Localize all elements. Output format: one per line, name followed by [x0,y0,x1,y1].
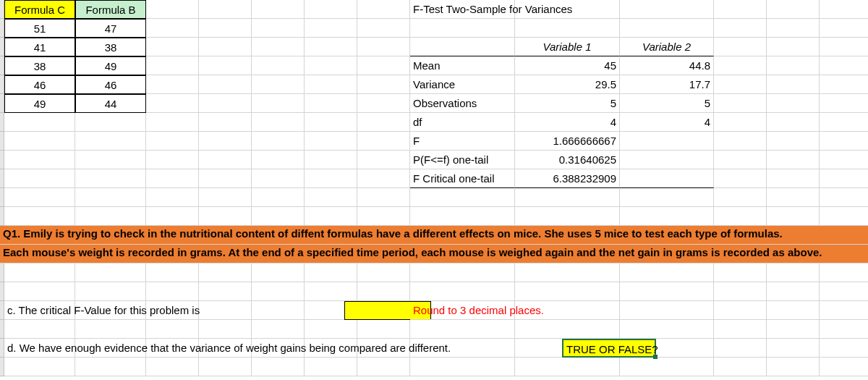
cell[interactable] [146,19,199,38]
cell[interactable] [767,358,820,376]
cell[interactable] [767,320,820,339]
cell[interactable] [146,56,199,75]
cell[interactable] [4,263,75,282]
cell[interactable] [515,263,620,282]
cell[interactable] [820,151,868,169]
cell[interactable] [305,263,357,282]
cell[interactable] [620,207,714,226]
cell[interactable] [767,56,820,75]
cell[interactable] [714,339,767,358]
cell[interactable] [199,75,252,94]
cell[interactable] [75,151,146,169]
cell[interactable] [714,38,767,56]
cell[interactable] [767,301,820,320]
cell[interactable] [410,282,515,301]
cell[interactable] [714,207,767,226]
cell[interactable] [820,0,868,19]
cell[interactable] [820,188,868,207]
cell[interactable] [357,132,410,151]
cell[interactable] [4,169,75,188]
cell[interactable] [620,188,714,207]
cell[interactable] [4,320,75,339]
cell[interactable] [410,263,515,282]
cell[interactable] [146,188,199,207]
cell[interactable] [714,0,767,19]
cell[interactable] [820,113,868,132]
cell[interactable] [767,188,820,207]
cell[interactable] [767,339,820,358]
cell[interactable] [820,301,868,320]
cell[interactable] [767,263,820,282]
cell[interactable] [620,320,714,339]
cell[interactable] [620,19,714,38]
cell[interactable] [199,0,252,19]
cell[interactable] [146,38,199,56]
cell[interactable] [767,0,820,19]
cell[interactable] [820,207,868,226]
cell[interactable] [357,75,410,94]
cell[interactable] [820,169,868,188]
cell[interactable] [146,113,199,132]
data-c-4[interactable]: 49 [4,94,75,113]
cell[interactable] [146,263,199,282]
cell[interactable] [515,320,620,339]
cell[interactable] [767,38,820,56]
cell[interactable] [767,132,820,151]
data-c-3[interactable]: 46 [4,75,75,94]
cell[interactable] [252,75,305,94]
cell[interactable] [305,113,357,132]
cell[interactable] [75,113,146,132]
cell[interactable] [305,94,357,113]
data-c-1[interactable]: 41 [4,38,75,56]
cell[interactable] [252,0,305,19]
cell[interactable] [252,132,305,151]
cell[interactable] [252,169,305,188]
cell[interactable] [357,207,410,226]
cell[interactable] [305,169,357,188]
cell[interactable] [305,320,357,339]
cell[interactable] [252,358,305,376]
cell[interactable] [410,19,515,38]
cell[interactable] [146,132,199,151]
cell[interactable] [199,19,252,38]
cell[interactable] [410,320,515,339]
cell[interactable] [357,188,410,207]
cell[interactable] [75,207,146,226]
cell[interactable] [820,56,868,75]
cell[interactable] [146,94,199,113]
cell[interactable] [75,358,146,376]
cell[interactable] [146,169,199,188]
cell[interactable] [305,19,357,38]
cell[interactable] [199,94,252,113]
cell[interactable] [357,94,410,113]
cell[interactable] [515,358,620,376]
cell[interactable] [410,188,515,207]
cell[interactable] [252,151,305,169]
cell[interactable] [305,207,357,226]
header-formula-b[interactable]: Formula B [75,0,146,19]
cell[interactable] [820,339,868,358]
cell[interactable] [146,151,199,169]
cell[interactable] [820,75,868,94]
cell[interactable] [252,56,305,75]
cell[interactable] [199,132,252,151]
cell[interactable] [515,282,620,301]
cell[interactable] [75,282,146,301]
cell[interactable] [146,320,199,339]
cell[interactable] [4,151,75,169]
cell[interactable] [146,282,199,301]
cell[interactable] [199,320,252,339]
data-c-2[interactable]: 38 [4,56,75,75]
cell[interactable] [252,188,305,207]
cell[interactable] [767,19,820,38]
cell[interactable] [714,75,767,94]
cell[interactable] [4,282,75,301]
cell[interactable] [820,132,868,151]
cell[interactable] [199,207,252,226]
cell[interactable] [357,19,410,38]
cell[interactable] [357,38,410,56]
data-b-0[interactable]: 47 [75,19,146,38]
cell[interactable] [767,169,820,188]
cell[interactable] [305,132,357,151]
cell[interactable] [767,75,820,94]
